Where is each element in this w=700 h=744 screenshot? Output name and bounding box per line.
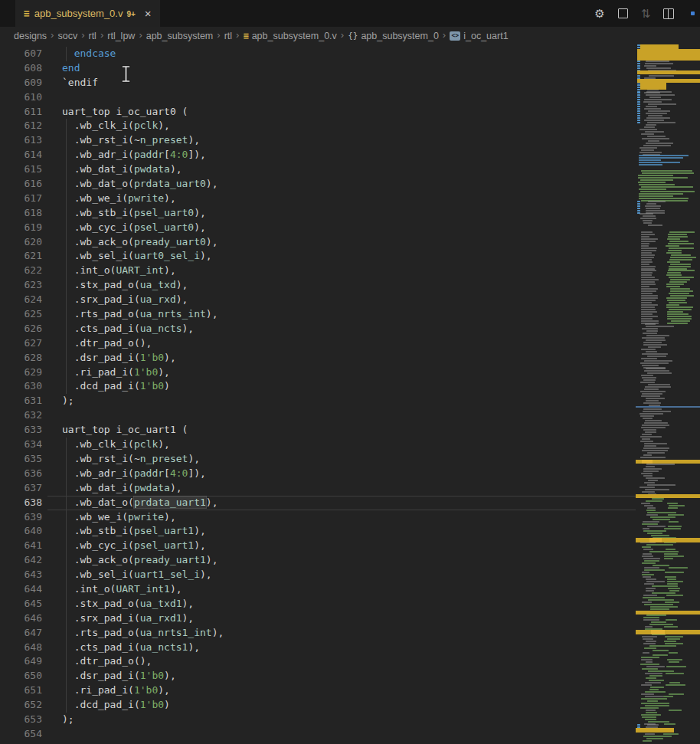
line-number[interactable]: 621 — [0, 249, 42, 264]
line-number[interactable]: 639 — [0, 510, 42, 525]
line-number[interactable]: 650 — [0, 669, 42, 683]
line-number[interactable]: 617 — [0, 192, 42, 206]
breadcrumb-item-designs[interactable]: designs — [14, 31, 47, 41]
code-line[interactable]: .rts_pad_o(ua_nrts_int), — [47, 307, 636, 322]
code-line[interactable]: ); — [47, 713, 636, 727]
code-line[interactable]: end — [47, 61, 636, 76]
line-number[interactable]: 622 — [0, 264, 42, 278]
line-number[interactable]: 612 — [0, 119, 42, 133]
line-number[interactable]: 653 — [0, 713, 42, 727]
line-number[interactable]: 609 — [0, 76, 42, 90]
line-number[interactable]: 634 — [0, 438, 42, 452]
line-number[interactable]: 623 — [0, 278, 42, 293]
code-line[interactable]: .rts_pad_o(ua_nrts1_int), — [47, 626, 636, 641]
code-line[interactable]: .srx_pad_i(ua_rxd), — [47, 293, 636, 307]
split-editor-icon[interactable] — [662, 7, 675, 21]
line-number[interactable]: 643 — [0, 568, 42, 582]
line-number[interactable]: 642 — [0, 553, 42, 568]
line-number[interactable]: 627 — [0, 336, 42, 351]
line-number[interactable]: 646 — [0, 611, 42, 626]
code-line[interactable]: .wb_clk_i(pclk), — [47, 438, 636, 452]
code-line[interactable]: .wb_ack_o(pready_uart0), — [47, 235, 636, 250]
code-line[interactable]: uart_top i_oc_uart1 ( — [47, 423, 636, 438]
code-line[interactable]: .wb_rst_i(~n_preset), — [47, 133, 636, 148]
code-line[interactable]: ); — [47, 394, 636, 408]
breadcrumb-item-i-oc-uart1[interactable]: <>i_oc_uart1 — [450, 31, 508, 41]
code-line[interactable]: .wb_sel_i(uart0_sel_i), — [47, 249, 636, 264]
line-number[interactable]: 641 — [0, 539, 42, 553]
code-line[interactable]: `endif — [47, 76, 636, 90]
code-line[interactable]: endcase — [47, 47, 636, 61]
code-line[interactable]: .stx_pad_o(ua_txd1), — [47, 597, 636, 611]
line-number[interactable]: 610 — [0, 90, 42, 105]
line-number[interactable]: 638 — [0, 496, 42, 510]
code-line[interactable]: .dcd_pad_i(1'b0) — [47, 379, 636, 394]
line-number[interactable]: 636 — [0, 467, 42, 481]
line-number[interactable]: 651 — [0, 683, 42, 698]
line-number[interactable]: 649 — [0, 654, 42, 669]
line-number[interactable]: 607 — [0, 47, 42, 61]
code-line[interactable]: .dtr_pad_o(), — [47, 336, 636, 351]
breadcrumb-item-socv[interactable]: socv — [57, 31, 77, 41]
breadcrumb-item-apb-subsystem[interactable]: apb_subsystem — [146, 31, 214, 41]
line-number[interactable]: 652 — [0, 698, 42, 713]
code-line[interactable]: .wb_dat_o(prdata_uart0), — [47, 177, 636, 192]
code-line[interactable]: .wb_ack_o(pready_uart1), — [47, 553, 636, 568]
line-number[interactable]: 626 — [0, 322, 42, 336]
close-icon[interactable]: × — [145, 8, 152, 19]
line-number[interactable]: 640 — [0, 524, 42, 539]
code-line[interactable]: .wb_stb_i(psel_uart0), — [47, 206, 636, 221]
code-line[interactable]: .wb_we_i(pwrite), — [47, 510, 636, 525]
breadcrumb-item-apb-subsystem-0[interactable]: {}apb_subsystem_0 — [348, 31, 439, 41]
code-line-current[interactable]: .wb_dat_o(prdata_uart1), — [47, 496, 636, 510]
layout-square-icon[interactable] — [616, 7, 630, 21]
line-number[interactable]: 645 — [0, 597, 42, 611]
minimap[interactable] — [636, 44, 700, 744]
code-line[interactable]: .wb_adr_i(paddr[4:0]), — [47, 148, 636, 162]
breadcrumb-item-rtl[interactable]: rtl — [224, 31, 232, 41]
line-number[interactable]: 629 — [0, 365, 42, 380]
code-line[interactable]: .wb_adr_i(paddr[4:0]), — [47, 467, 636, 481]
code-editor[interactable]: 6076086096106116126136146156166176186196… — [0, 44, 636, 744]
code-line[interactable]: .wb_sel_i(uart1_sel_i), — [47, 568, 636, 582]
line-number[interactable]: 614 — [0, 148, 42, 162]
gear-icon[interactable]: ⚙ — [593, 7, 607, 21]
line-number[interactable]: 624 — [0, 293, 42, 307]
code-line[interactable]: .wb_clk_i(pclk), — [47, 119, 636, 133]
code-line[interactable]: .wb_rst_i(~n_preset), — [47, 452, 636, 467]
code-line[interactable]: .int_o(UART_int1), — [47, 582, 636, 597]
line-number[interactable]: 615 — [0, 162, 42, 177]
line-number[interactable]: 616 — [0, 177, 42, 192]
breadcrumb-item-apb-subsystem-0-v[interactable]: ≡apb_subsystem_0.v — [243, 31, 336, 41]
line-number[interactable]: 625 — [0, 307, 42, 322]
line-number[interactable]: 631 — [0, 394, 42, 408]
line-number[interactable]: 608 — [0, 61, 42, 76]
breadcrumb-item-rtl-lpw[interactable]: rtl_lpw — [107, 31, 135, 41]
code-line[interactable]: .stx_pad_o(ua_txd), — [47, 278, 636, 293]
code-line[interactable]: .dsr_pad_i(1'b0), — [47, 669, 636, 683]
code-line[interactable]: .cts_pad_i(ua_ncts), — [47, 322, 636, 336]
line-number[interactable]: 633 — [0, 423, 42, 438]
code-line[interactable] — [47, 727, 636, 742]
line-number[interactable]: 620 — [0, 235, 42, 250]
code-line[interactable]: .dtr_pad_o(), — [47, 654, 636, 669]
code-line[interactable]: .ri_pad_i(1'b0), — [47, 683, 636, 698]
code-line[interactable]: .cts_pad_i(ua_ncts1), — [47, 641, 636, 655]
line-number[interactable]: 635 — [0, 452, 42, 467]
code-line[interactable]: .dcd_pad_i(1'b0) — [47, 698, 636, 713]
line-number[interactable]: 619 — [0, 221, 42, 235]
code-line[interactable] — [47, 90, 636, 105]
code-line[interactable]: .wb_stb_i(psel_uart1), — [47, 524, 636, 539]
code-line[interactable]: .wb_we_i(pwrite), — [47, 192, 636, 206]
line-number[interactable]: 637 — [0, 481, 42, 496]
line-number[interactable]: 647 — [0, 626, 42, 641]
tab-apb-subsystem[interactable]: ≡ apb_subsystem_0.v 9+ × — [15, 0, 160, 27]
code-line[interactable] — [47, 408, 636, 423]
code-line[interactable]: .wb_dat_i(pwdata), — [47, 162, 636, 177]
line-number[interactable]: 618 — [0, 206, 42, 221]
code-line[interactable]: .wb_cyc_i(psel_uart1), — [47, 539, 636, 553]
code-line[interactable]: .srx_pad_i(ua_rxd1), — [47, 611, 636, 626]
code-line[interactable]: .wb_dat_i(pwdata), — [47, 481, 636, 496]
code-line[interactable]: .int_o(UART_int), — [47, 264, 636, 278]
line-number[interactable]: 648 — [0, 641, 42, 655]
